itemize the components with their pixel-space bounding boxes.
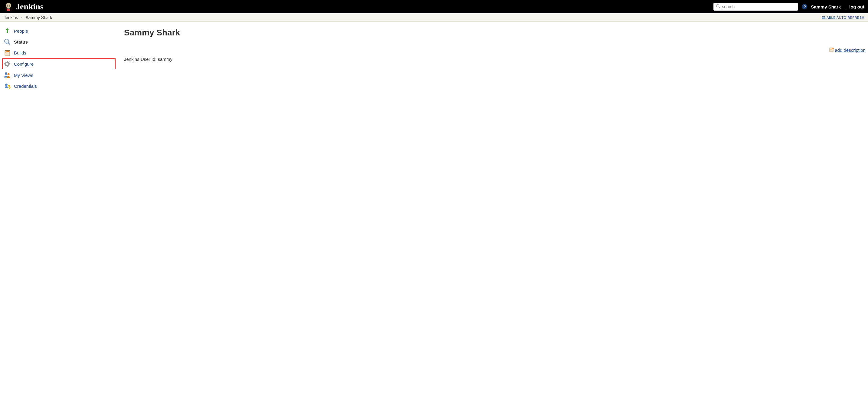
svg-line-9 bbox=[8, 43, 10, 45]
sidebar-item-builds[interactable]: Builds bbox=[0, 47, 118, 58]
page-title: Sammy Shark bbox=[124, 28, 866, 37]
logo-area[interactable]: Jenkins bbox=[4, 2, 713, 11]
content: Sammy Shark add description Jenkins User… bbox=[118, 22, 868, 95]
search-input[interactable] bbox=[722, 4, 796, 9]
breadcrumb-arrow-icon: ▸ bbox=[21, 16, 22, 19]
breadcrumb-bar: Jenkins ▸ Sammy Shark ENABLE AUTO REFRES… bbox=[0, 13, 868, 22]
logout-link[interactable]: log out bbox=[849, 4, 864, 9]
user-arrow-icon bbox=[4, 27, 11, 34]
magnifier-icon bbox=[4, 38, 11, 46]
svg-point-15 bbox=[7, 73, 10, 75]
breadcrumb-item-jenkins[interactable]: Jenkins bbox=[4, 15, 18, 20]
main-container: People Status Builds bbox=[0, 22, 868, 95]
svg-line-7 bbox=[719, 7, 720, 8]
sidebar-item-label: Configure bbox=[14, 61, 34, 66]
gear-icon bbox=[4, 60, 11, 67]
search-box[interactable] bbox=[713, 3, 798, 10]
edit-icon bbox=[829, 47, 834, 53]
sidebar-item-label: Status bbox=[14, 39, 28, 45]
header: Jenkins ? Sammy Shark | log out bbox=[0, 0, 868, 13]
add-description-area: add description bbox=[124, 47, 866, 53]
username-link[interactable]: Sammy Shark bbox=[811, 4, 841, 9]
svg-rect-5 bbox=[7, 8, 10, 9]
svg-point-6 bbox=[716, 4, 719, 7]
breadcrumb-item-user[interactable]: Sammy Shark bbox=[25, 15, 52, 20]
sidebar-item-myviews[interactable]: My Views bbox=[0, 69, 118, 81]
svg-point-2 bbox=[9, 5, 10, 6]
svg-point-14 bbox=[5, 73, 7, 75]
breadcrumb-list: Jenkins ▸ Sammy Shark bbox=[4, 15, 822, 20]
auto-refresh-link[interactable]: ENABLE AUTO REFRESH bbox=[822, 16, 864, 19]
header-right: ? Sammy Shark | log out bbox=[713, 3, 864, 10]
sidebar-item-label: People bbox=[14, 28, 28, 34]
svg-point-8 bbox=[4, 39, 9, 43]
sidebar-item-credentials[interactable]: Credentials bbox=[0, 81, 118, 91]
add-description-link[interactable]: add description bbox=[835, 48, 866, 53]
sidebar-item-status[interactable]: Status bbox=[0, 36, 118, 47]
svg-point-0 bbox=[6, 3, 11, 8]
sidebar-item-configure[interactable]: Configure bbox=[2, 58, 116, 69]
svg-point-10 bbox=[5, 40, 7, 41]
svg-point-13 bbox=[6, 63, 8, 65]
jenkins-logo-icon bbox=[4, 2, 13, 11]
sidebar: People Status Builds bbox=[0, 22, 118, 95]
sidebar-item-label: Credentials bbox=[14, 84, 37, 89]
logo-text: Jenkins bbox=[16, 2, 43, 11]
sidebar-item-label: Builds bbox=[14, 50, 26, 55]
search-icon bbox=[716, 4, 721, 10]
user-id-text: Jenkins User Id: sammy bbox=[124, 57, 866, 62]
key-icon bbox=[4, 82, 11, 90]
sidebar-item-label: My Views bbox=[14, 73, 33, 78]
sidebar-item-people[interactable]: People bbox=[0, 25, 118, 36]
svg-point-1 bbox=[7, 5, 8, 6]
help-icon[interactable]: ? bbox=[802, 4, 807, 9]
clipboard-icon bbox=[4, 49, 11, 56]
users-icon bbox=[4, 72, 11, 79]
svg-point-16 bbox=[5, 84, 7, 86]
header-separator: | bbox=[844, 4, 846, 9]
